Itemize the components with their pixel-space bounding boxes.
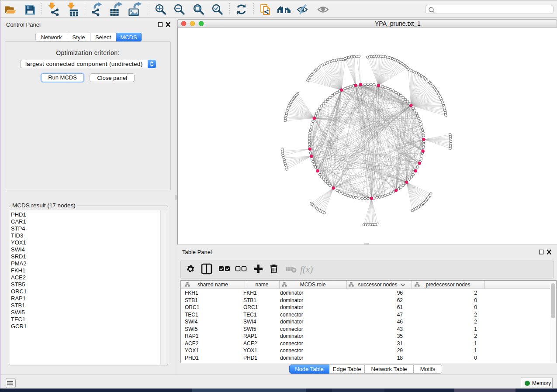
svg-text:f(x): f(x)	[300, 264, 313, 275]
